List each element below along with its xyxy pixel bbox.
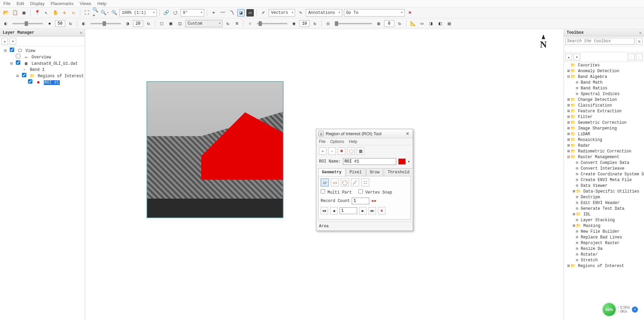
tree-toggle[interactable]: ⊟ — [16, 73, 20, 79]
fav-remove-icon[interactable]: ☆ — [636, 54, 643, 60]
tree-roi-group-label[interactable]: Regions of Interest — [38, 74, 84, 79]
contrast-value[interactable] — [133, 20, 143, 27]
image-display[interactable] — [146, 81, 284, 218]
tree-toggle[interactable]: ⊞ — [567, 132, 570, 137]
brightness-high-icon[interactable]: ● — [46, 20, 53, 27]
vectors-icon[interactable]: ✐ — [260, 9, 267, 17]
vertex-snap-checkbox[interactable] — [358, 189, 363, 194]
menu-placemarks[interactable]: Placemarks — [51, 1, 74, 6]
tb-new-file[interactable]: New File Builder — [581, 229, 619, 234]
tb-resize[interactable]: Resize Da — [581, 246, 602, 251]
stretch-b-icon[interactable]: ▣ — [167, 20, 175, 27]
zoom-out-icon[interactable]: 🔍- — [101, 9, 109, 17]
tb-rotate[interactable]: Rotate/ — [581, 252, 597, 257]
tb-generate-test[interactable]: Generate Test Data — [581, 206, 624, 211]
record-count-value[interactable] — [352, 198, 369, 204]
sharpen-slider[interactable] — [257, 23, 287, 24]
tb-mosaicking[interactable]: Mosaicking — [578, 138, 602, 142]
annotations-icon[interactable]: ✎ — [297, 9, 304, 17]
rotate-icon[interactable]: ↻ — [70, 9, 77, 17]
zoom-in-icon[interactable]: 🔍+ — [92, 9, 100, 17]
contrast-high-icon[interactable]: ◑ — [124, 20, 131, 27]
tree-toggle[interactable]: ⊞ — [567, 126, 570, 132]
shape-ellipse-icon[interactable]: ◯ — [341, 178, 349, 186]
shape-polyline-icon[interactable]: ／ — [351, 178, 359, 186]
brightness-slider[interactable] — [12, 23, 43, 24]
tree-toggle[interactable]: ⊞ — [572, 212, 576, 217]
tb-change-detection[interactable]: Change Detection — [578, 97, 617, 102]
menu-help[interactable]: Help — [97, 1, 106, 6]
search-refresh-icon[interactable]: ↻ — [636, 38, 643, 45]
annotations-dropdown[interactable]: Annotations — [306, 9, 342, 17]
tab-grow[interactable]: Grow — [366, 168, 383, 176]
dialog-menu-options[interactable]: Options — [330, 139, 344, 144]
tb-radar[interactable]: Radar — [578, 143, 590, 148]
tb-spectral-indices[interactable]: Spectral Indices — [581, 92, 619, 96]
tb-classification[interactable]: Classification — [578, 103, 612, 108]
tb-stretch[interactable]: Stretch — [581, 258, 597, 263]
dialog-titlebar[interactable]: ◎ Region of Interest (ROI) Tool ✕ — [316, 129, 413, 138]
tb-reproject[interactable]: Reproject Raster — [581, 241, 619, 245]
map-canvas[interactable]: N ◎ Region of Interest (ROI) Tool ✕ File… — [85, 29, 564, 320]
roi-color-dropdown-icon[interactable]: ▾ — [408, 159, 410, 164]
tb-replace-bad-lines[interactable]: Replace Bad Lines — [581, 235, 622, 240]
tree-toggle[interactable]: ⊞ — [567, 263, 570, 269]
transparency-reset-icon[interactable]: ↻ — [396, 20, 403, 27]
roi-tabs[interactable]: Geometry Pixel Grow Threshold — [318, 168, 411, 176]
tree-toggle[interactable]: ⊟ — [567, 74, 570, 80]
sharpen-high-icon[interactable]: ◉ — [290, 20, 298, 27]
tree-toggle[interactable]: ⊟ — [9, 61, 14, 67]
cursor-value-icon[interactable]: ▭ — [246, 9, 254, 17]
delete-current-icon[interactable]: ✖ — [378, 207, 385, 214]
menu-file[interactable]: File — [3, 1, 10, 6]
contrast-reset-icon[interactable]: ↻ — [145, 20, 152, 27]
stretch-a-icon[interactable]: ▢ — [158, 20, 165, 27]
tree-toggle[interactable]: ⊞ — [567, 149, 570, 154]
equalize-icon[interactable]: ≋ — [233, 20, 241, 27]
widget-expand-icon[interactable]: + — [632, 307, 638, 313]
open-icon[interactable]: 📂 — [2, 9, 9, 17]
tree-dataset-label[interactable]: Landsat8_OLI_b1.dat — [32, 61, 78, 66]
record-nav-value[interactable] — [340, 207, 357, 214]
transparency-low-icon[interactable]: ◎ — [324, 20, 332, 27]
tree-toggle[interactable]: ⊞ — [567, 120, 570, 126]
tb-raster-management[interactable]: Raster Management — [578, 155, 619, 159]
tab-geometry[interactable]: Geometry — [318, 168, 345, 176]
collapse-all-icon[interactable]: ▾ — [9, 38, 16, 45]
transparency-high-icon[interactable]: ◍ — [375, 20, 382, 27]
pin-panel-icon[interactable]: ⇲ — [80, 30, 82, 35]
tb-feature-extraction[interactable]: Feature Extraction — [578, 109, 622, 114]
tree-overview-label[interactable]: Overview — [32, 55, 51, 60]
tree-toggle[interactable]: ⊟ — [567, 154, 570, 160]
tree-toggle[interactable]: ⊞ — [567, 114, 570, 120]
roi-delete-icon[interactable]: ✖ — [338, 147, 345, 155]
pan-icon[interactable]: ✋ — [52, 9, 59, 17]
next-record-icon[interactable]: ▶ — [359, 207, 367, 214]
tb-convert-interleave[interactable]: Convert Interleave — [581, 166, 624, 171]
roi-remove-icon[interactable]: － — [328, 147, 336, 155]
north-up-icon[interactable]: ⭯ — [171, 9, 179, 17]
menu-views[interactable]: Views — [80, 1, 91, 6]
zoom-select[interactable]: 100% (1:1) — [119, 9, 157, 17]
tb-edit-header[interactable]: Edit ENVI Header — [581, 201, 619, 205]
portal-d-icon[interactable]: ▤ — [446, 20, 453, 27]
main-menu-bar[interactable]: File Edit Display Placemarks Views Help — [0, 0, 644, 7]
link-views-icon[interactable]: 🔗 — [162, 9, 170, 17]
tb-radiometric-correction[interactable]: Radiometric Correction — [578, 149, 631, 154]
pin-icon[interactable]: 📍 — [33, 9, 41, 17]
tab-pixel[interactable]: Pixel — [346, 168, 366, 176]
toolbox-tree[interactable]: 📁 Favorites ⊞📁 Anomaly Detection ⊟📁 Band… — [564, 62, 644, 320]
stretch-dropdown[interactable]: Custom — [185, 20, 222, 27]
ruler-icon[interactable]: 📐 — [409, 20, 417, 27]
portal-b-icon[interactable]: ◨ — [427, 20, 435, 27]
tb-favorites[interactable]: Favorites — [578, 63, 600, 68]
tb-geom-correction[interactable]: Geometric Correction — [578, 120, 626, 125]
dataset-checkbox[interactable] — [16, 60, 20, 65]
tree-band-label[interactable]: Band 1 — [30, 67, 44, 72]
roi-color-swatch[interactable] — [398, 158, 406, 165]
menu-edit[interactable]: Edit — [17, 1, 24, 6]
tree-view-label[interactable]: View — [26, 49, 35, 53]
stretch-reset-icon[interactable]: ↻ — [224, 20, 232, 27]
roi-tool-dialog[interactable]: ◎ Region of Interest (ROI) Tool ✕ File O… — [316, 129, 413, 231]
tb-data-specific[interactable]: Data-Specific Utilities — [583, 189, 639, 194]
